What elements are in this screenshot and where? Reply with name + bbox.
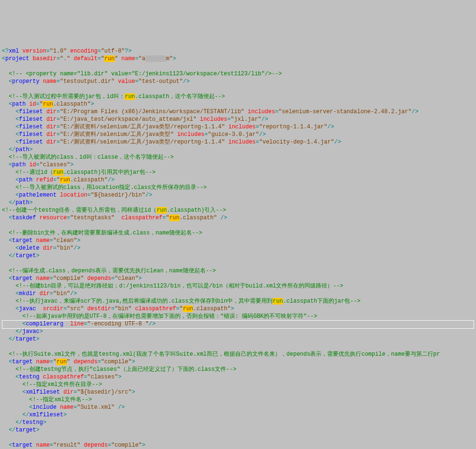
code-line[interactable]: </target> xyxy=(2,252,474,260)
code-line[interactable]: <path id="run.classpath"> xyxy=(2,100,474,108)
code-line[interactable]: <fileset dir="E:/测试资料/selenium/工具/java类型… xyxy=(2,131,474,138)
code-line[interactable]: <target name="result" depends="compile"> xyxy=(2,441,474,449)
code-line[interactable] xyxy=(2,434,474,441)
code-line[interactable]: </javac> xyxy=(2,328,474,335)
code-line[interactable]: </testng> xyxy=(2,419,474,426)
code-line[interactable]: <target name="run" depends="compile"> xyxy=(2,358,474,366)
code-line[interactable] xyxy=(2,85,474,93)
code-editor-area: <?xml version="1.0" encoding="utf-8"?><p… xyxy=(2,32,474,449)
code-line[interactable]: <!--创建一个testng任务，需要引入所需包，同样通过id（run.clas… xyxy=(2,207,474,214)
code-line[interactable]: </xmlfileset> xyxy=(2,411,474,419)
code-line[interactable]: <!--指定xml文件所在目录--> xyxy=(2,381,474,388)
code-lines[interactable]: <?xml version="1.0" encoding="utf-8"?><p… xyxy=(2,47,474,449)
code-line[interactable]: <!--创建testng节点，执行"classes"（上面已经定义过了）下面的.… xyxy=(2,366,474,373)
code-line[interactable]: <fileset dir="E:/Program Files (x86)/Jen… xyxy=(2,108,474,116)
code-line[interactable]: <!-- <property name="lib.dir" value="E:/… xyxy=(2,70,474,78)
code-line[interactable]: <?xml version="1.0" encoding="utf-8"?> xyxy=(2,47,474,55)
code-line[interactable]: <fileset dir="E:/测试资料/selenium/工具/java类型… xyxy=(2,138,474,146)
code-line[interactable]: <xmlfileset dir="${basedir}/src"> xyxy=(2,388,474,396)
code-line[interactable]: <!--导入被测试的class，用location指定.class文件所保存的目… xyxy=(2,184,474,191)
code-line[interactable]: <property name="testoutput.dir" value="t… xyxy=(2,78,474,85)
code-line[interactable] xyxy=(2,222,474,229)
code-line[interactable]: <!--导入测试过程中所需要的jar包，id叫：run.classpath，这个… xyxy=(2,93,474,100)
code-line[interactable]: </target> xyxy=(2,426,474,434)
code-line[interactable]: <!--编译生成.class，depends表示，需要优先执行clean，nam… xyxy=(2,267,474,275)
code-line[interactable]: <pathelement location="${basedir}/bin"/> xyxy=(2,191,474,199)
code-line[interactable]: <javac srcdir="src" destdir="bin" classp… xyxy=(2,305,474,313)
code-line[interactable]: <delete dir="bin"/> xyxy=(2,244,474,252)
code-line[interactable]: <!--删除bin文件，在构建时需要重新编译生成.class，name随便起名-… xyxy=(2,229,474,237)
code-line[interactable] xyxy=(2,260,474,267)
code-line[interactable]: <!--创建bin目录，可以是绝对路径如；d:/jenkins1123/bin，… xyxy=(2,282,474,290)
code-line[interactable] xyxy=(2,343,474,350)
code-line[interactable]: <compilerarg line="-encoding UTF-8 "/> xyxy=(2,320,474,328)
code-line[interactable]: <!--通过id（run.classpath)引用其中的jar包--> xyxy=(2,169,474,176)
code-line[interactable]: <taskdef resource="testngtasks" classpat… xyxy=(2,214,474,222)
code-line[interactable]: <fileset dir="E:/测试资料/selenium/工具/java类型… xyxy=(2,123,474,131)
code-line[interactable]: </target> xyxy=(2,335,474,343)
code-line[interactable]: <path refid="run.classpath"/> xyxy=(2,176,474,184)
code-line[interactable]: <testng classpathref="classes"> xyxy=(2,373,474,381)
code-line[interactable]: <!--导入被测试的class，id叫：classe，这个名字随便起--> xyxy=(2,153,474,161)
code-line[interactable]: <!--指定xml文件名--> xyxy=(2,396,474,404)
code-line[interactable]: <target name="clean"> xyxy=(2,237,474,244)
code-line[interactable]: <target name="compile" depends="clean"> xyxy=(2,275,474,282)
code-line[interactable]: </path> xyxy=(2,146,474,153)
code-line[interactable]: <fileset dir="E:/java_test/workspace/aut… xyxy=(2,116,474,123)
code-line[interactable]: <include name="Suite.xml" /> xyxy=(2,404,474,411)
code-line[interactable]: <!--执行Suite.xml文件，也就是testng.xml(我改了个名字叫S… xyxy=(2,350,474,358)
code-line[interactable]: <project basedir="." default="run" name=… xyxy=(2,55,474,63)
code-line[interactable]: <mkdir dir="bin"/> xyxy=(2,290,474,297)
code-line[interactable]: <path id="classes"> xyxy=(2,161,474,169)
code-line[interactable]: </path> xyxy=(2,199,474,207)
code-line[interactable]: <!--如果java中用到的是UTF-8，在编译时也需要增加下面的，否则会报错：… xyxy=(2,313,474,320)
code-line[interactable] xyxy=(2,63,474,70)
code-line[interactable]: <!--执行javac，来编译scr下的.java,然后将编译成功的.class… xyxy=(2,297,474,305)
